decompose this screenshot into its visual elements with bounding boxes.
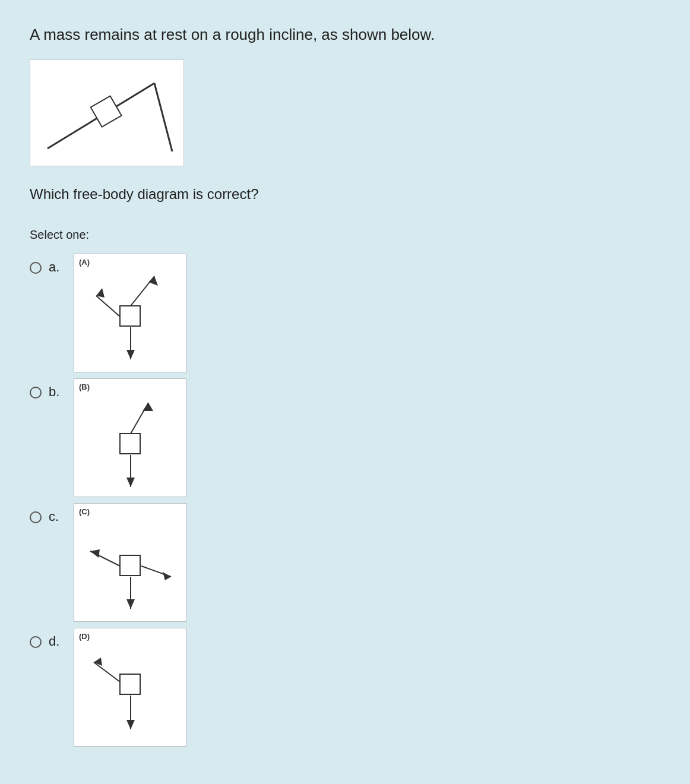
question-text: A mass remains at rest on a rough inclin… [30,24,660,45]
options-list: a. (A) [30,254,660,753]
option-row-d: d. (D) [30,628,660,747]
option-row-a: a. (A) [30,254,660,372]
svg-marker-12 [143,403,153,411]
option-letter-d: d. [49,634,65,649]
radio-a[interactable] [30,262,42,274]
option-diagram-c[interactable]: (C) [74,503,186,622]
svg-marker-19 [163,572,171,580]
svg-line-6 [96,296,120,317]
radio-b[interactable] [30,387,42,399]
incline-diagram [30,59,184,166]
option-diagram-label-b: (B) [79,382,90,391]
radio-d[interactable] [30,636,42,648]
option-row-c: c. (C) [30,503,660,622]
svg-rect-3 [120,306,140,326]
svg-marker-24 [94,657,102,666]
select-label: Select one: [30,228,660,242]
svg-marker-17 [90,549,100,558]
svg-rect-2 [91,96,122,127]
option-row-b: b. (B) [30,378,660,497]
svg-rect-15 [120,555,140,576]
radio-c[interactable] [30,511,42,523]
option-diagram-a[interactable]: (A) [74,254,186,372]
svg-line-23 [94,662,120,682]
svg-marker-9 [126,350,135,359]
option-diagram-label-a: (A) [79,258,90,267]
svg-rect-10 [120,434,140,454]
svg-rect-22 [120,674,140,694]
option-letter-b: b. [49,384,65,400]
option-letter-c: c. [49,509,65,524]
svg-marker-26 [126,720,135,729]
option-diagram-label-d: (D) [79,632,90,641]
svg-line-1 [154,83,172,151]
option-diagram-b[interactable]: (B) [74,378,186,497]
svg-marker-5 [148,276,158,286]
svg-marker-21 [126,599,135,609]
option-letter-a: a. [49,260,65,275]
svg-marker-14 [126,478,135,487]
option-diagram-label-c: (C) [79,507,90,516]
sub-question-text: Which free-body diagram is correct? [30,184,660,204]
option-diagram-d[interactable]: (D) [74,628,186,747]
incline-svg [36,65,178,160]
